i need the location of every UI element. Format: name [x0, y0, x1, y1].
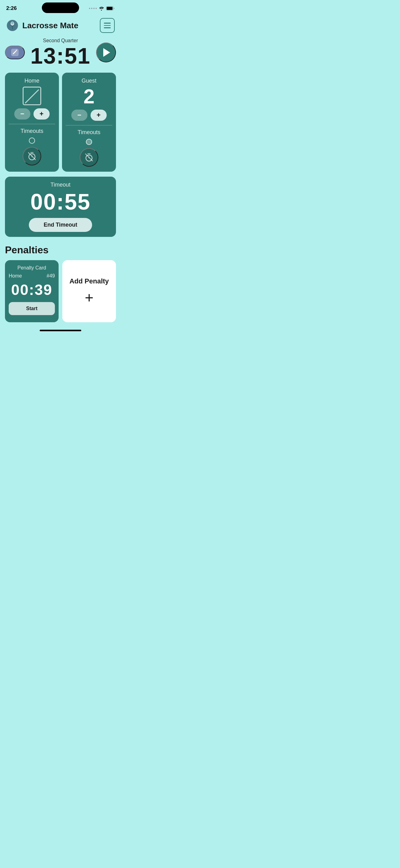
- guest-divider: [66, 125, 112, 125]
- home-timeout-dot: [29, 137, 35, 144]
- penalty-card: Penalty Card Home #49 00:39 Start: [5, 260, 59, 322]
- home-team-label: Home: [25, 78, 39, 84]
- end-timeout-button[interactable]: End Timeout: [29, 218, 92, 232]
- home-score-no-score-icon: [23, 87, 41, 105]
- home-score-card: Home − + Timeouts: [5, 73, 59, 172]
- app-header: Lacrosse Mate: [0, 15, 121, 38]
- edit-icon: [10, 48, 19, 57]
- add-penalty-label: Add Penalty: [69, 277, 109, 285]
- guest-stopwatch-off-icon: [84, 152, 94, 162]
- status-icons: [89, 6, 115, 10]
- guest-score-card: Guest 2 − + Timeouts: [62, 73, 116, 172]
- timeout-time: 00:55: [10, 191, 111, 213]
- signal-icon: [89, 8, 97, 9]
- guest-timeouts-label: Timeouts: [77, 129, 100, 136]
- penalty-time: 00:39: [9, 281, 55, 298]
- timeout-section: Timeout 00:55 End Timeout: [5, 177, 116, 237]
- app-logo-icon: [6, 19, 19, 32]
- penalty-team: Home: [9, 273, 22, 279]
- home-stopwatch-off-icon: [27, 151, 37, 161]
- guest-score-plus-button[interactable]: +: [91, 110, 107, 121]
- header-left: Lacrosse Mate: [6, 19, 78, 32]
- home-timeout-clock-button[interactable]: [23, 147, 41, 165]
- guest-timeout-dot: [86, 139, 92, 145]
- penalty-card-title: Penalty Card: [9, 265, 55, 271]
- home-score-plus-button[interactable]: +: [33, 108, 49, 120]
- home-score-minus-button[interactable]: −: [14, 108, 30, 120]
- penalties-title: Penalties: [5, 244, 116, 256]
- timeout-title: Timeout: [10, 182, 111, 188]
- game-clock-area: Second Quarter 13:51: [0, 38, 121, 70]
- quarter-label: Second Quarter: [5, 38, 116, 43]
- penalty-info-row: Home #49: [9, 273, 55, 279]
- play-button[interactable]: [96, 42, 116, 62]
- notch: [42, 2, 79, 13]
- status-time: 2:26: [6, 5, 17, 11]
- penalties-row: Penalty Card Home #49 00:39 Start Add Pe…: [5, 260, 116, 322]
- home-timeouts-label: Timeouts: [21, 128, 43, 134]
- add-penalty-plus-icon: +: [85, 290, 93, 305]
- play-icon: [103, 48, 110, 57]
- status-bar: 2:26: [0, 0, 121, 15]
- home-divider: [9, 124, 55, 124]
- wifi-icon: [99, 6, 104, 10]
- menu-button[interactable]: [100, 18, 115, 33]
- guest-score-display: 2: [84, 87, 95, 106]
- guest-team-label: Guest: [81, 78, 96, 84]
- add-penalty-card[interactable]: Add Penalty +: [62, 260, 116, 322]
- score-row: Home − + Timeouts: [0, 70, 121, 174]
- svg-point-5: [11, 22, 14, 24]
- menu-icon: [104, 23, 111, 28]
- home-indicator: [40, 330, 81, 331]
- guest-timeout-clock-button[interactable]: [80, 148, 98, 167]
- penalties-section: Penalties Penalty Card Home #49 00:39 St…: [0, 239, 121, 325]
- app-title: Lacrosse Mate: [22, 21, 78, 30]
- guest-score-buttons: − +: [71, 110, 107, 121]
- penalty-player-number: #49: [46, 273, 55, 279]
- edit-button[interactable]: [5, 45, 25, 59]
- penalty-start-button[interactable]: Start: [9, 302, 55, 315]
- battery-icon: [106, 6, 115, 10]
- guest-score-minus-button[interactable]: −: [71, 110, 88, 121]
- svg-rect-1: [107, 7, 112, 10]
- home-score-buttons: − +: [14, 108, 49, 120]
